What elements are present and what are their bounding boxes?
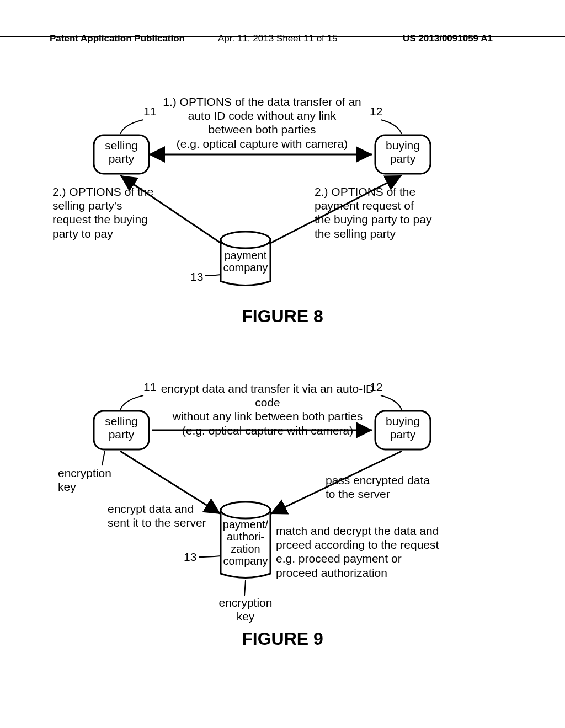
fig9-ref11: 11 [143, 381, 156, 394]
fig9-right-bottom: match and decrypt the data and prceed ac… [276, 524, 452, 580]
fig9-buyer-text: buying party [375, 415, 430, 441]
fig8-ref11-line [120, 120, 143, 134]
fig9-top-text: encrypt data and transfer it via an auto… [157, 382, 378, 437]
fig8-right-text: 2.) OPTIONS of the payment request of th… [315, 185, 458, 240]
fig9-ref13-line [199, 556, 221, 557]
diagram-container: 11 12 13 selling party buying party paym… [0, 77, 565, 728]
fig9-right-top: pass encrypted data to the server [326, 473, 452, 501]
page-header: Patent Application Publication Apr. 11, … [0, 33, 565, 37]
fig8-left-text: 2.) OPTIONS of the selling party's reque… [52, 185, 174, 240]
fig9-enckey-bottom: encryption key [210, 596, 281, 623]
header-publication: Patent Application Publication [50, 33, 185, 44]
header-pub-number: US 2013/0091059 A1 [403, 33, 493, 44]
fig9-cyl-text: payment/ authori- zation company [220, 518, 271, 567]
fig8-top-text: 1.) OPTIONS of the data transfer of an a… [157, 95, 367, 151]
fig8-ref13: 13 [190, 270, 203, 283]
fig9-title: FIGURE 9 [0, 629, 565, 649]
fig8-buyer-text: buying party [375, 139, 430, 165]
header-date-sheet: Apr. 11, 2013 Sheet 11 of 15 [218, 33, 337, 44]
fig9-ref13: 13 [184, 550, 196, 564]
fig8-ref13-line [205, 275, 221, 276]
fig9-cylinder-top [221, 502, 270, 518]
fig8-seller-text: selling party [94, 139, 149, 165]
fig8-cyl-text: payment company [220, 249, 271, 274]
fig8-title: FIGURE 8 [0, 306, 565, 326]
fig8-cylinder-top [221, 232, 270, 248]
fig9-left-text: encrypt data and sent it to the server [108, 502, 223, 529]
fig9-seller-text: selling party [94, 415, 149, 441]
fig9-ref11-line [120, 395, 143, 410]
fig8-ref12-line [381, 120, 402, 134]
fig9-enckey-left-line [102, 451, 105, 465]
fig9-enckey-bottom-line [244, 580, 246, 596]
fig9-enckey-left: encryption key [58, 466, 130, 494]
fig9-ref12-line [381, 395, 402, 410]
fig8-ref12: 12 [370, 105, 382, 118]
fig8-ref11: 11 [143, 105, 156, 118]
